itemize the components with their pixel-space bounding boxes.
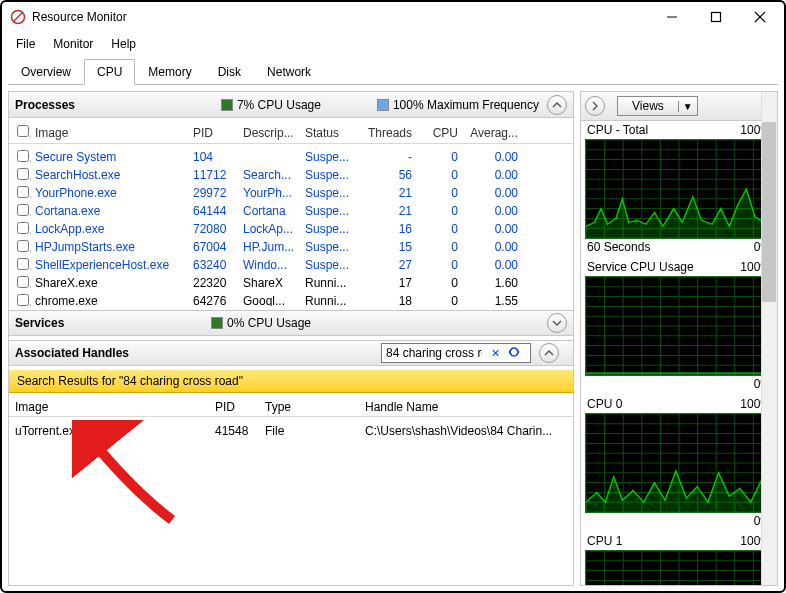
maximize-button[interactable]: [694, 3, 738, 31]
select-all-checkbox[interactable]: [17, 125, 29, 137]
processes-header[interactable]: Processes 7% CPU Usage 100% Maximum Freq…: [9, 92, 573, 118]
handles-columns: Image PID Type Handle Name: [9, 397, 573, 417]
cell-threads: 56: [356, 168, 416, 182]
handles-title: Associated Handles: [15, 346, 129, 360]
cell-pid: 67004: [189, 240, 239, 254]
row-checkbox[interactable]: [17, 276, 29, 288]
process-row[interactable]: LockApp.exe 72080 LockAp... Suspe... 16 …: [9, 220, 573, 238]
tab-disk[interactable]: Disk: [205, 59, 254, 85]
cell-image: LockApp.exe: [31, 222, 189, 236]
process-row[interactable]: chrome.exe 64276 Googl... Runni... 18 0 …: [9, 292, 573, 306]
row-checkbox[interactable]: [17, 168, 29, 180]
max-freq-chip: 100% Maximum Frequency: [377, 98, 539, 112]
minimize-button[interactable]: [650, 3, 694, 31]
col-pid[interactable]: PID: [189, 126, 239, 140]
cell-threads: -: [356, 150, 416, 164]
handles-searchbox: ✕: [381, 343, 531, 363]
cell-cpu: 0: [416, 204, 462, 218]
cell-cpu: 0: [416, 240, 462, 254]
menu-help[interactable]: Help: [103, 34, 144, 54]
col-desc[interactable]: Descrip...: [239, 126, 301, 140]
graph-title: Service CPU Usage: [587, 260, 694, 274]
row-checkbox[interactable]: [17, 204, 29, 216]
graph-title: CPU 0: [587, 397, 622, 411]
graph-box: [585, 550, 773, 585]
graph-foot-left: 60 Seconds: [587, 240, 650, 254]
collapse-handles-button[interactable]: [539, 343, 559, 363]
col-avg[interactable]: Averag...: [462, 126, 522, 140]
handle-row[interactable]: uTorrent.exe 41548 File C:\Users\shash\V…: [9, 421, 573, 441]
menu-file[interactable]: File: [8, 34, 43, 54]
process-row[interactable]: HPJumpStarts.exe 67004 HP.Jum... Suspe..…: [9, 238, 573, 256]
col-threads[interactable]: Threads: [356, 126, 416, 140]
tab-memory[interactable]: Memory: [135, 59, 204, 85]
hcol-type[interactable]: Type: [265, 400, 365, 414]
collapse-graphs-button[interactable]: [585, 96, 605, 116]
cell-pid: 64144: [189, 204, 239, 218]
services-header[interactable]: Services 0% CPU Usage: [9, 310, 573, 336]
search-results-banner: Search Results for "84 charing cross roa…: [9, 370, 573, 393]
cell-pid: 63240: [189, 258, 239, 272]
process-row[interactable]: YourPhone.exe 29972 YourPh... Suspe... 2…: [9, 184, 573, 202]
cell-status: Suspe...: [301, 222, 356, 236]
tabs: Overview CPU Memory Disk Network: [8, 58, 778, 85]
hcol-pid[interactable]: PID: [215, 400, 265, 414]
svg-rect-3: [712, 13, 721, 22]
green-square-icon: [211, 317, 223, 329]
tab-network[interactable]: Network: [254, 59, 324, 85]
window-title: Resource Monitor: [32, 10, 650, 24]
svg-line-1: [14, 13, 22, 21]
cell-avg: 0.00: [462, 168, 522, 182]
right-scroll-thumb[interactable]: [762, 122, 776, 302]
process-row[interactable]: SearchHost.exe 11712 Search... Suspe... …: [9, 166, 573, 184]
processes-body: Secure System 104 Suspe... - 0 0.00 Sear…: [9, 148, 573, 306]
clear-search-button[interactable]: ✕: [486, 347, 504, 360]
cell-avg: 0.00: [462, 186, 522, 200]
close-button[interactable]: [738, 3, 782, 31]
cell-image: YourPhone.exe: [31, 186, 189, 200]
col-image[interactable]: Image: [31, 126, 189, 140]
cell-threads: 17: [356, 276, 416, 290]
cell-cpu: 0: [416, 258, 462, 272]
tab-overview[interactable]: Overview: [8, 59, 84, 85]
cell-threads: 16: [356, 222, 416, 236]
row-checkbox[interactable]: [17, 150, 29, 162]
cell-avg: 0.00: [462, 258, 522, 272]
row-checkbox[interactable]: [17, 258, 29, 270]
collapse-processes-button[interactable]: [547, 95, 567, 115]
process-row[interactable]: ShellExperienceHost.exe 63240 Windo... S…: [9, 256, 573, 274]
tab-cpu[interactable]: CPU: [84, 59, 135, 85]
hcell-type: File: [265, 424, 365, 438]
views-dropdown-icon[interactable]: ▼: [678, 101, 697, 112]
menubar: File Monitor Help: [2, 32, 784, 56]
col-status[interactable]: Status: [301, 126, 356, 140]
max-freq-text: 100% Maximum Frequency: [393, 98, 539, 112]
col-cpu[interactable]: CPU: [416, 126, 462, 140]
right-scrollbar[interactable]: [761, 92, 777, 585]
titlebar: Resource Monitor: [2, 2, 784, 32]
process-row[interactable]: ShareX.exe 22320 ShareX Runni... 17 0 1.…: [9, 274, 573, 292]
views-button[interactable]: Views ▼: [617, 96, 698, 116]
row-checkbox[interactable]: [17, 240, 29, 252]
hcol-image[interactable]: Image: [15, 400, 215, 414]
row-checkbox[interactable]: [17, 222, 29, 234]
hcol-name[interactable]: Handle Name: [365, 400, 567, 414]
menu-monitor[interactable]: Monitor: [45, 34, 101, 54]
cell-avg: 0.00: [462, 150, 522, 164]
handles-header[interactable]: Associated Handles ✕: [9, 340, 573, 366]
cell-status: Suspe...: [301, 168, 356, 182]
cell-status: Suspe...: [301, 150, 356, 164]
row-checkbox[interactable]: [17, 186, 29, 198]
process-row[interactable]: Cortana.exe 64144 Cortana Suspe... 21 0 …: [9, 202, 573, 220]
cell-threads: 15: [356, 240, 416, 254]
cell-status: Runni...: [301, 276, 356, 290]
graph-title: CPU 1: [587, 534, 622, 548]
process-row[interactable]: Secure System 104 Suspe... - 0 0.00: [9, 148, 573, 166]
expand-services-button[interactable]: [547, 313, 567, 333]
left-pane: Processes 7% CPU Usage 100% Maximum Freq…: [8, 91, 574, 586]
search-button[interactable]: [504, 345, 524, 362]
graph-box: [585, 413, 773, 513]
cell-threads: 21: [356, 186, 416, 200]
row-checkbox[interactable]: [17, 294, 29, 306]
handles-search-input[interactable]: [382, 344, 486, 362]
